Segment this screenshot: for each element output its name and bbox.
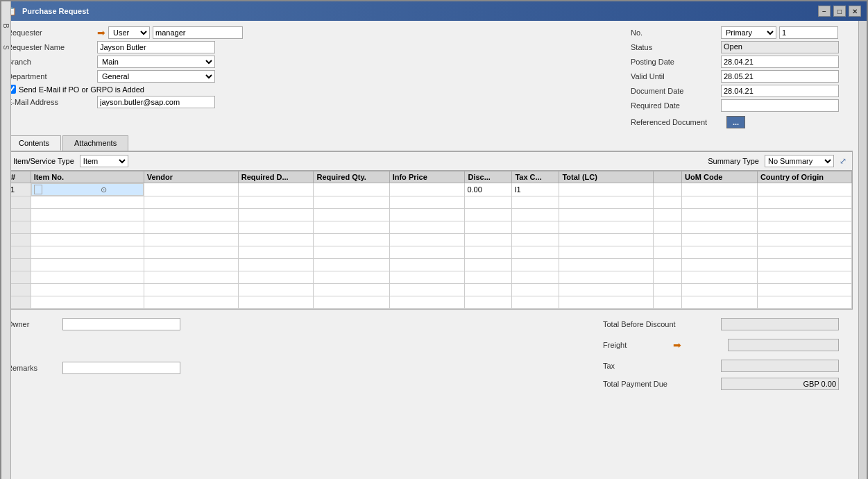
- table-container: # Item No. Vendor Required D... Required…: [8, 171, 852, 309]
- send-email-row: Send E-Mail if PO or GRPO is Added: [7, 85, 617, 94]
- total-before-discount-row: Total Before Discount: [603, 318, 839, 330]
- total-before-discount-input[interactable]: [721, 318, 839, 330]
- posting-date-row: Posting Date: [631, 56, 853, 68]
- col-empty: [654, 171, 682, 183]
- status-label: Status: [631, 43, 721, 51]
- requester-value-input[interactable]: [153, 26, 243, 39]
- item-type-select[interactable]: Item: [80, 155, 128, 167]
- table-row: [8, 221, 852, 234]
- tab-attachments[interactable]: Attachments: [62, 135, 128, 151]
- table-row: [8, 196, 852, 209]
- total-payment-due-input[interactable]: [721, 378, 839, 390]
- tax-input[interactable]: [721, 360, 839, 372]
- owner-input[interactable]: [62, 318, 180, 330]
- email-input[interactable]: [97, 96, 215, 108]
- requester-name-input[interactable]: [97, 41, 215, 53]
- title-bar: 📋 Purchase Request − □ ✕: [1, 1, 867, 21]
- left-nav: B S: [1, 1, 11, 479]
- status-row: Status Open: [631, 41, 853, 53]
- title-bar-left: 📋 Purchase Request: [7, 7, 89, 16]
- ref-doc-label: Referenced Document: [631, 118, 721, 126]
- summary-type-select[interactable]: No Summary: [765, 155, 834, 167]
- tabs: Contents Attachments: [7, 135, 853, 151]
- items-table: # Item No. Vendor Required D... Required…: [8, 171, 852, 309]
- department-label: Department: [7, 72, 97, 81]
- tax-row: Tax: [603, 360, 839, 372]
- requester-name-row: Requester Name: [7, 41, 617, 53]
- branch-select[interactable]: Main: [97, 56, 215, 68]
- summary-type-label: Summary Type: [708, 157, 759, 165]
- col-required-qty: Required Qty.: [314, 171, 389, 183]
- remarks-input[interactable]: [62, 362, 180, 374]
- cell-total-lc: [559, 183, 654, 196]
- cell-tax-c: I1: [512, 183, 559, 196]
- table-toolbar: Item/Service Type Item Summary Type No S…: [8, 152, 852, 171]
- required-date-input[interactable]: [721, 99, 839, 112]
- table-toolbar-left: Item/Service Type Item: [13, 155, 128, 167]
- no-type-select[interactable]: Primary: [721, 26, 776, 39]
- table-toolbar-right: Summary Type No Summary ⤢: [708, 155, 846, 167]
- item-lookup-icon[interactable]: ⊙: [101, 185, 107, 194]
- right-scrollbar[interactable]: [858, 21, 867, 479]
- tab-contents[interactable]: Contents: [7, 135, 61, 151]
- total-before-discount-label: Total Before Discount: [603, 320, 676, 328]
- cell-empty: [654, 183, 682, 196]
- total-payment-due-label: Total Payment Due: [603, 380, 667, 388]
- minimize-button[interactable]: −: [818, 6, 831, 17]
- valid-until-input[interactable]: [721, 70, 839, 83]
- requester-row: Requester ➡ User: [7, 26, 617, 39]
- table-row: [8, 246, 852, 259]
- main-form: Requester ➡ User Requester Name Branch: [7, 26, 853, 128]
- col-uom: UoM Code: [682, 171, 758, 183]
- purchase-request-window: 📋 Purchase Request − □ ✕ B S Requester ➡: [0, 0, 868, 479]
- window-title: Purchase Request: [22, 7, 89, 15]
- table-row: [8, 296, 852, 309]
- remarks-label: Remarks: [7, 364, 62, 372]
- cell-item-no[interactable]: ⊙: [31, 183, 144, 196]
- col-total-lc: Total (LC): [559, 171, 654, 183]
- freight-row: Freight ➡: [603, 339, 839, 351]
- freight-label: Freight: [603, 341, 627, 349]
- department-select[interactable]: General: [97, 70, 215, 83]
- col-item-no: Item No.: [31, 171, 144, 183]
- email-label: E-Mail Address: [7, 98, 97, 106]
- close-button[interactable]: ✕: [849, 6, 861, 17]
- cell-required-qty[interactable]: [314, 183, 389, 196]
- valid-until-label: Valid Until: [631, 72, 721, 81]
- title-bar-buttons: − □ ✕: [818, 6, 861, 17]
- form-left: Requester ➡ User Requester Name Branch: [7, 26, 617, 128]
- table-row: [8, 259, 852, 271]
- status-value: Open: [721, 41, 839, 53]
- tax-label: Tax: [603, 362, 615, 370]
- ref-doc-button[interactable]: ...: [726, 116, 745, 128]
- posting-date-label: Posting Date: [631, 58, 721, 66]
- cell-disc: 0.00: [465, 183, 512, 196]
- no-input[interactable]: [779, 26, 838, 39]
- freight-input[interactable]: [728, 339, 839, 351]
- maximize-button[interactable]: □: [833, 6, 846, 17]
- item-no-input[interactable]: [44, 185, 99, 194]
- cell-vendor[interactable]: [144, 183, 238, 196]
- col-info-price: Info Price: [389, 171, 465, 183]
- document-date-input[interactable]: [721, 85, 839, 97]
- footer-left: Owner Remarks: [7, 318, 180, 376]
- form-right: No. Primary Status Open Posting Date: [631, 26, 853, 128]
- required-date-row: Required Date: [631, 99, 853, 112]
- branch-label: Branch: [7, 58, 97, 66]
- col-country: Country of Origin: [757, 171, 851, 183]
- owner-label: Owner: [7, 320, 62, 328]
- tabs-container: Contents Attachments Item/Service Type I…: [7, 135, 853, 310]
- cell-info-price[interactable]: [389, 183, 465, 196]
- table-row: [8, 209, 852, 221]
- table-section: Item/Service Type Item Summary Type No S…: [7, 151, 853, 310]
- nav-s[interactable]: S: [1, 44, 11, 51]
- cell-required-d[interactable]: [238, 183, 314, 196]
- requester-label: Requester: [7, 28, 97, 37]
- cell-num: 1: [8, 183, 31, 196]
- expand-icon[interactable]: ⤢: [840, 156, 846, 166]
- requester-type-select[interactable]: User: [108, 26, 150, 39]
- nav-b[interactable]: B: [1, 22, 11, 30]
- requester-name-label: Requester Name: [7, 43, 97, 51]
- remarks-row: Remarks: [7, 362, 180, 374]
- posting-date-input[interactable]: [721, 56, 839, 68]
